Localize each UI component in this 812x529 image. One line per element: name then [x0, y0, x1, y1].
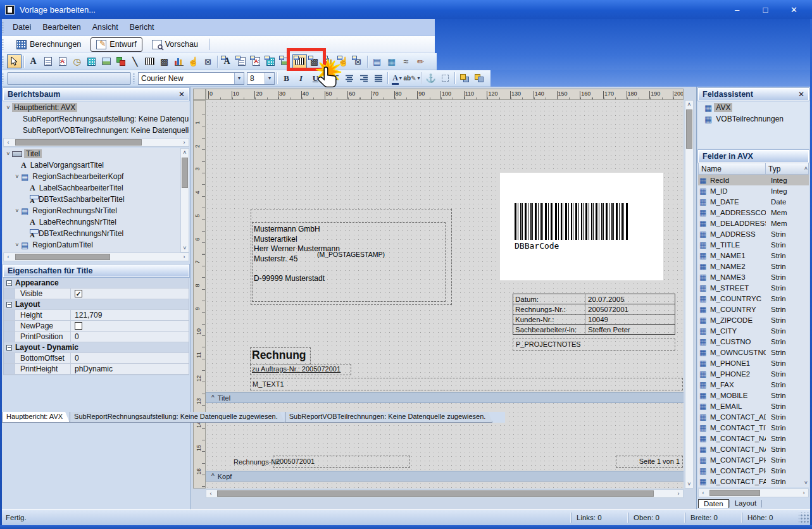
close-panel-icon[interactable]: ✕	[178, 90, 185, 99]
richtext-tool-button[interactable]: A	[55, 54, 70, 68]
scrollbar-thumb[interactable]	[15, 254, 110, 260]
field-row-m-date[interactable]: ▦M_DATEDate	[698, 196, 809, 207]
maximize-button[interactable]: □	[751, 0, 780, 19]
format-brush-tool-button[interactable]: ✏	[413, 54, 428, 68]
table-tool-button[interactable]: ▦	[384, 54, 399, 68]
panel-tab-daten[interactable]: Daten	[698, 499, 729, 508]
invoice-title-label[interactable]: Rechnung	[250, 347, 311, 364]
highlight-button[interactable]: ab✎▾	[404, 72, 419, 85]
anchor-button[interactable]: ⚓	[423, 72, 438, 85]
field-row-m-contact-fax[interactable]: ▦M_CONTACT_FAXStrin	[698, 476, 809, 487]
memo-lines-tool-button[interactable]: ≈	[399, 54, 413, 68]
align-right-button[interactable]	[356, 72, 371, 85]
property-row-height[interactable]: Height121,709	[4, 310, 189, 321]
scrollbar-thumb[interactable]	[686, 109, 692, 149]
report-tree-item-hauptbericht-avx[interactable]: ˅Hauptbericht: AVX	[3, 102, 189, 113]
scroll-up-icon[interactable]: ˄	[804, 165, 808, 171]
canvas-hscrollbar[interactable]: ‹ ›	[206, 489, 684, 498]
chart-tool-button[interactable]	[172, 54, 186, 68]
sysdata-tool-button[interactable]: ◷	[70, 54, 84, 68]
menu-item-ansicht[interactable]: Ansicht	[87, 20, 124, 34]
field-row-m-name1[interactable]: ▦M_NAME1Strin	[698, 250, 809, 261]
report-tree-item-subreportrechnungsaufstellung-keine-datenquelle[interactable]: SubReportRechnungsaufstellung: Keine Dat…	[3, 113, 189, 125]
field-row-m-countryc[interactable]: ▦M_COUNTRYCStrin	[698, 293, 809, 304]
scroll-down-icon[interactable]: ˅	[804, 480, 808, 486]
dataset-item-vobteilrechnungen[interactable]: ▦VOBTeilrechnungen	[698, 113, 809, 125]
collapse-band-icon[interactable]: ^	[211, 394, 215, 401]
toolbar-grip[interactable]	[132, 73, 135, 84]
report-tree-hscrollbar[interactable]: ‹ ›	[3, 138, 189, 147]
field-row-m-phone2[interactable]: ▦M_PHONE2Strin	[698, 368, 809, 379]
field-row-m-mobile[interactable]: ▦M_MOBILEStrin	[698, 390, 809, 401]
field-row-m-owncustno[interactable]: ▦M_OWNCUSTNOStrin	[698, 347, 809, 358]
region-list-tool-button[interactable]: ▤	[370, 54, 384, 68]
tab-entwurf[interactable]: ✎Entwurf	[91, 37, 142, 52]
shape-tool-button[interactable]	[113, 54, 128, 68]
fields-hscrollbar[interactable]: ‹ ›	[698, 489, 809, 497]
column-typ[interactable]: Typ	[766, 165, 808, 173]
fields-column-header[interactable]: Name Typ ˄	[698, 163, 809, 175]
menu-item-datei[interactable]: Datei	[7, 20, 37, 34]
column-name[interactable]: Name	[699, 163, 766, 174]
scroll-left-icon[interactable]: ‹	[699, 489, 708, 497]
object-tree-item-labelsachbearbeitertitel[interactable]: ALabelSachbearbeiterTitel	[3, 182, 189, 194]
property-row-newpage[interactable]: NewPage	[4, 321, 189, 332]
menu-item-bericht[interactable]: Bericht	[124, 20, 160, 34]
chevron-down-icon[interactable]: ˅	[4, 151, 12, 157]
order-ref-label[interactable]: zu Auftrags-Nr.: 2005072001	[250, 364, 351, 375]
calc-tool-button[interactable]	[84, 54, 99, 68]
collapse-band-icon[interactable]: ^	[211, 473, 215, 480]
object-tree-item-regionrechnungsnrtitel[interactable]: ˅▤RegionRechnungsNrTitel	[3, 205, 189, 216]
page-tab-subreportrechnungsaufstellung[interactable]: SubReportRechnungsaufstellung: Keine Dat…	[70, 412, 285, 423]
field-row-m-contact-title[interactable]: ▦M_CONTACT_TITLEStrin	[698, 422, 809, 433]
chevron-down-icon[interactable]: ˅	[4, 104, 12, 111]
button-tool-button[interactable]: ☝	[186, 54, 201, 68]
chevron-down-icon[interactable]: ˅	[13, 173, 21, 180]
projectnotes-field[interactable]: P_PROJECTNOTES	[513, 339, 675, 351]
panel-tab-layout[interactable]: Layout	[730, 499, 762, 507]
object-tree-item-dbtextrechnungsnrtitel[interactable]: ADBTextRechnungsNrTitel	[3, 228, 189, 239]
field-row-m-contact-name1[interactable]: ▦M_CONTACT_NAME1Strin	[698, 433, 809, 444]
close-button[interactable]: ✕	[780, 0, 808, 19]
frame-button[interactable]	[438, 72, 453, 85]
menu-item-bearbeiten[interactable]: Bearbeiten	[37, 20, 86, 34]
page-of-label[interactable]: Seite 1 von 1	[616, 456, 683, 468]
property-value[interactable]: ✓	[71, 290, 189, 297]
info-table-row[interactable]: Datum:20.07.2005	[513, 294, 675, 304]
image-tool-button[interactable]	[99, 54, 113, 68]
property-value[interactable]: 0	[71, 354, 189, 363]
collapse-box-icon[interactable]	[6, 345, 12, 351]
scroll-right-icon[interactable]: ›	[180, 253, 189, 261]
info-table-row[interactable]: Rechnungs-Nr.:2005072001	[513, 304, 675, 314]
scroll-down-icon[interactable]: ˅	[685, 480, 694, 488]
object-tree-vscrollbar[interactable]: ˄ ˅	[180, 148, 189, 252]
field-row-m-zipcode[interactable]: ▦M_ZIPCODEStrin	[698, 314, 809, 325]
collapse-box-icon[interactable]	[6, 280, 12, 286]
dataset-item-avx[interactable]: ▦AVX	[698, 102, 809, 113]
line-tool-button[interactable]: ╲	[128, 54, 142, 68]
invoice-info-table[interactable]: Datum:20.07.2005Rechnungs-Nr.:2005072001…	[513, 294, 675, 335]
field-row-m-title[interactable]: ▦M_TITLEStrin	[698, 239, 809, 250]
field-row-m-addresscomp[interactable]: ▦M_ADDRESSCOMP...Mem	[698, 207, 809, 218]
dbrichtext-tool-button[interactable]: A	[249, 54, 263, 68]
scroll-left-icon[interactable]: ‹	[4, 253, 13, 261]
field-row-m-street[interactable]: ▦M_STREETStrin	[698, 282, 809, 293]
style-combo[interactable]	[7, 72, 131, 85]
object-tree-item-labelvorgangsarttitel[interactable]: ALabelVorgangsartTitel	[3, 159, 189, 171]
scroll-right-icon[interactable]: ›	[180, 139, 189, 146]
scroll-up-icon[interactable]: ˄	[685, 101, 694, 108]
object-tree-item-titel[interactable]: ˅Titel	[3, 148, 189, 159]
dbcrosstab-tool-button[interactable]: ⊠	[351, 54, 365, 68]
page-tab-hauptbericht[interactable]: Hauptbericht: AVX	[2, 412, 70, 423]
field-row-recid[interactable]: ▦RecIdInteg	[698, 175, 809, 185]
object-tree-item-regiondatumtitel[interactable]: ˅▤RegionDatumTitel	[3, 239, 189, 251]
property-value[interactable]: 121,709	[71, 311, 189, 320]
property-row-visible[interactable]: Visible✓	[4, 289, 189, 299]
field-row-m-name2[interactable]: ▦M_NAME2Strin	[698, 261, 809, 271]
scroll-right-icon[interactable]: ›	[674, 490, 683, 497]
align-justify-button[interactable]	[371, 72, 385, 85]
object-tree-item-dbtextsachbarbeitertitel[interactable]: ADBTextSachbarbeiterTitel	[3, 194, 189, 205]
barcode-tool-button[interactable]	[142, 54, 157, 68]
resize-grip[interactable]	[799, 513, 809, 523]
scrollbar-thumb[interactable]	[182, 158, 188, 188]
